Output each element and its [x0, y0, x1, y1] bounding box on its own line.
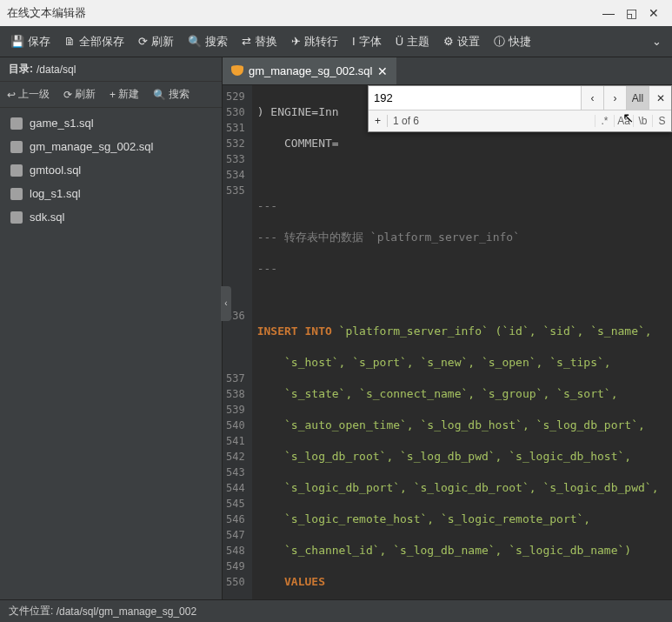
- font-icon: I: [352, 35, 356, 48]
- code-lines[interactable]: ) ENGINE=Inn COMMENT= --- --- 转存表中的数据 `p…: [252, 85, 672, 599]
- up-button[interactable]: ↩上一级: [0, 82, 57, 107]
- info-icon: ⓘ: [494, 34, 505, 50]
- search-icon: 🔍: [188, 35, 202, 48]
- maximize-button[interactable]: ◱: [620, 6, 642, 20]
- directory-row: 目录: /data/sql: [0, 57, 222, 82]
- find-next-button[interactable]: ›: [603, 86, 626, 110]
- tabs: gm_manage_sg_002.sql ✕: [223, 57, 672, 85]
- file-item[interactable]: sdk.sql: [0, 205, 222, 229]
- tab-active[interactable]: gm_manage_sg_002.sql ✕: [223, 57, 396, 84]
- main-toolbar: 💾保存 🗎全部保存 ⟳刷新 🔍搜索 ⇄替换 ✈跳转行 I字体 Ü主题 ⚙设置 ⓘ…: [0, 26, 672, 57]
- file-item[interactable]: log_s1.sql: [0, 182, 222, 205]
- tab-close-icon[interactable]: ✕: [377, 64, 388, 78]
- file-item[interactable]: gm_manage_sg_002.sql: [0, 135, 222, 158]
- find-all-button[interactable]: All: [626, 86, 649, 110]
- sidebar-search-button[interactable]: 🔍搜索: [146, 82, 196, 107]
- replace-icon: ⇄: [242, 35, 251, 48]
- sidebar-refresh-button[interactable]: ⟳刷新: [57, 82, 103, 107]
- goto-icon: ✈: [291, 35, 301, 48]
- replace-button[interactable]: ⇄替换: [235, 26, 284, 57]
- gear-icon: ⚙: [443, 35, 454, 48]
- refresh-icon: ⟳: [63, 89, 72, 101]
- file-icon: [10, 164, 23, 177]
- settings-button[interactable]: ⚙设置: [436, 26, 487, 57]
- find-input[interactable]: [369, 86, 581, 110]
- search-button[interactable]: 🔍搜索: [181, 26, 235, 57]
- theme-button[interactable]: Ü主题: [389, 26, 436, 57]
- status-label: 文件位置:: [9, 604, 53, 619]
- find-count: 1 of 6: [388, 115, 595, 127]
- theme-icon: Ü: [396, 35, 403, 48]
- file-item[interactable]: game_s1.sql: [0, 111, 222, 135]
- sidebar: 目录: /data/sql ↩上一级 ⟳刷新 +新建 🔍搜索 game_s1.s…: [0, 57, 223, 599]
- file-item[interactable]: gmtool.sql: [0, 158, 222, 182]
- file-list: game_s1.sql gm_manage_sg_002.sql gmtool.…: [0, 108, 222, 599]
- save-all-button[interactable]: 🗎全部保存: [57, 26, 131, 57]
- database-icon: [231, 65, 243, 77]
- find-panel: ‹ › All ✕ + 1 of 6 .* Aa \b S: [368, 85, 672, 132]
- shortcut-button[interactable]: ⓘ快捷: [487, 26, 538, 57]
- save-icon: 💾: [10, 35, 24, 48]
- goto-button[interactable]: ✈跳转行: [284, 26, 345, 57]
- find-prev-button[interactable]: ‹: [581, 86, 603, 110]
- plus-icon: +: [110, 89, 116, 101]
- directory-label: 目录:: [9, 62, 33, 77]
- save-button[interactable]: 💾保存: [3, 26, 57, 57]
- file-icon: [10, 188, 23, 200]
- font-button[interactable]: I字体: [345, 26, 389, 57]
- refresh-button[interactable]: ⟳刷新: [131, 26, 181, 57]
- file-icon: [10, 211, 23, 224]
- save-all-icon: 🗎: [64, 35, 76, 48]
- find-expand-button[interactable]: +: [369, 115, 388, 127]
- file-icon: [10, 141, 23, 153]
- find-selection-toggle[interactable]: S: [652, 115, 671, 127]
- sidebar-tools: ↩上一级 ⟳刷新 +新建 🔍搜索: [0, 82, 222, 108]
- find-case-toggle[interactable]: Aa: [614, 115, 633, 127]
- find-close-button[interactable]: ✕: [649, 86, 671, 110]
- sidebar-collapse-handle[interactable]: ‹: [221, 286, 231, 321]
- refresh-icon: ⟳: [138, 35, 148, 48]
- search-icon: 🔍: [153, 89, 166, 101]
- directory-path: /data/sql: [37, 64, 76, 76]
- minimize-button[interactable]: —: [597, 6, 620, 20]
- status-path: /data/sql/gm_manage_sg_002: [57, 605, 196, 618]
- app-title: 在线文本编辑器: [7, 5, 86, 21]
- toolbar-overflow[interactable]: ⌄: [645, 35, 669, 48]
- tab-label: gm_manage_sg_002.sql: [249, 64, 372, 77]
- titlebar: 在线文本编辑器 — ◱ ✕: [0, 0, 672, 26]
- editor-area: gm_manage_sg_002.sql ✕ 逻辑数 5295305315325…: [223, 57, 672, 599]
- find-regex-toggle[interactable]: .*: [595, 115, 614, 127]
- code-area[interactable]: 逻辑数 529530531532533534535536537538539540…: [223, 85, 672, 599]
- statusbar: 文件位置: /data/sql/gm_manage_sg_002: [0, 599, 672, 622]
- close-button[interactable]: ✕: [642, 6, 665, 20]
- gutter: 5295305315325335345355365375385395405415…: [223, 85, 252, 599]
- file-icon: [10, 117, 23, 130]
- new-button[interactable]: +新建: [103, 82, 146, 107]
- up-icon: ↩: [7, 89, 16, 101]
- find-word-toggle[interactable]: \b: [633, 115, 652, 127]
